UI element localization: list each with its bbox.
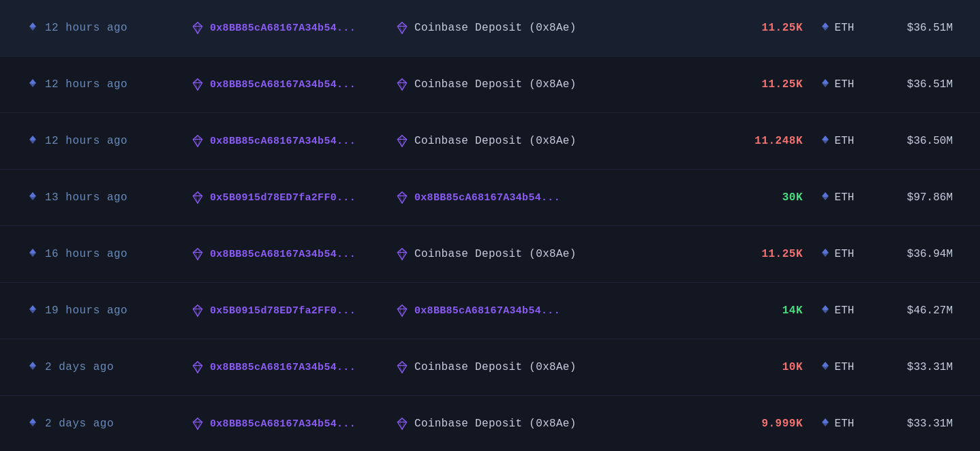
- value-column: $36.50M: [871, 135, 953, 147]
- from-address[interactable]: 0x5B0915d78ED7fa2FF0...: [210, 305, 356, 317]
- from-address[interactable]: 0x5B0915d78ED7fa2FF0...: [210, 192, 356, 204]
- to-column: Coinbase Deposit (0x8Ae): [395, 247, 667, 261]
- asset-column: ETH: [803, 417, 871, 431]
- value-column: $36.51M: [871, 22, 953, 34]
- from-column: 0x5B0915d78ED7fa2FF0...: [191, 304, 395, 317]
- value-column: $97.86M: [871, 191, 953, 204]
- from-column: 0x5B0915d78ED7fa2FF0...: [191, 191, 395, 204]
- asset-column: ETH: [803, 191, 871, 205]
- amount-column: 30K: [667, 191, 803, 204]
- time-column: 2 days ago: [27, 417, 191, 431]
- eth-icon: [27, 78, 38, 92]
- asset-column: ETH: [803, 134, 871, 149]
- time-text: 16 hours ago: [45, 248, 127, 260]
- amount-value: 10K: [782, 361, 803, 373]
- eth-icon: [27, 247, 38, 262]
- to-label: Coinbase Deposit (0x8Ae): [414, 418, 577, 430]
- usd-value: $36.94M: [907, 248, 953, 260]
- from-protocol-icon: [191, 134, 204, 148]
- amount-value: 14K: [782, 305, 803, 317]
- asset-name: ETH: [835, 305, 855, 317]
- eth-icon: [27, 304, 38, 318]
- table-row[interactable]: 13 hours ago 0x5B0915d78ED7fa2FF0... 0x8…: [0, 170, 980, 226]
- asset-icon: [820, 360, 831, 375]
- to-address[interactable]: 0x8BB85cA68167A34b54...: [414, 192, 560, 204]
- usd-value: $36.51M: [907, 22, 953, 34]
- value-column: $36.51M: [871, 78, 953, 91]
- protocol-icon: [395, 191, 409, 204]
- table-row[interactable]: 12 hours ago 0x8BB85cA68167A34b54... Coi…: [0, 57, 980, 113]
- time-column: 12 hours ago: [27, 21, 191, 35]
- amount-value: 11.25K: [761, 78, 803, 91]
- protocol-icon: [395, 78, 409, 91]
- time-column: 16 hours ago: [27, 247, 191, 262]
- to-column: Coinbase Deposit (0x8Ae): [395, 417, 667, 431]
- from-column: 0x8BB85cA68167A34b54...: [191, 21, 395, 35]
- from-address[interactable]: 0x8BB85cA68167A34b54...: [210, 79, 356, 91]
- from-protocol-icon: [191, 247, 204, 261]
- asset-column: ETH: [803, 304, 871, 318]
- asset-icon: [820, 21, 831, 35]
- asset-column: ETH: [803, 247, 871, 262]
- table-row[interactable]: 12 hours ago 0x8BB85cA68167A34b54... Coi…: [0, 0, 980, 57]
- protocol-icon: [395, 134, 409, 148]
- eth-icon: [27, 191, 38, 205]
- time-column: 13 hours ago: [27, 191, 191, 205]
- asset-column: ETH: [803, 21, 871, 35]
- from-column: 0x8BB85cA68167A34b54...: [191, 78, 395, 91]
- from-address[interactable]: 0x8BB85cA68167A34b54...: [210, 249, 356, 260]
- to-label: Coinbase Deposit (0x8Ae): [414, 78, 577, 91]
- to-label: Coinbase Deposit (0x8Ae): [414, 22, 577, 34]
- time-column: 12 hours ago: [27, 134, 191, 149]
- amount-value: 11.25K: [761, 248, 803, 260]
- time-column: 2 days ago: [27, 360, 191, 375]
- eth-icon: [27, 417, 38, 431]
- to-label: Coinbase Deposit (0x8Ae): [414, 361, 577, 373]
- to-address[interactable]: 0x8BB85cA68167A34b54...: [414, 305, 560, 317]
- protocol-icon: [395, 417, 409, 431]
- usd-value: $36.50M: [907, 135, 953, 147]
- from-protocol-icon: [191, 304, 204, 317]
- time-text: 12 hours ago: [45, 22, 127, 34]
- from-address[interactable]: 0x8BB85cA68167A34b54...: [210, 136, 356, 147]
- table-row[interactable]: 12 hours ago 0x8BB85cA68167A34b54... Coi…: [0, 113, 980, 170]
- amount-column: 11.25K: [667, 22, 803, 34]
- usd-value: $33.31M: [907, 361, 953, 373]
- from-column: 0x8BB85cA68167A34b54...: [191, 360, 395, 374]
- from-protocol-icon: [191, 417, 204, 431]
- amount-column: 14K: [667, 305, 803, 317]
- asset-name: ETH: [835, 22, 855, 34]
- time-text: 19 hours ago: [45, 305, 127, 317]
- from-column: 0x8BB85cA68167A34b54...: [191, 247, 395, 261]
- from-address[interactable]: 0x8BB85cA68167A34b54...: [210, 362, 356, 373]
- value-column: $33.31M: [871, 418, 953, 430]
- table-row[interactable]: 16 hours ago 0x8BB85cA68167A34b54... Coi…: [0, 226, 980, 283]
- asset-name: ETH: [835, 361, 855, 373]
- value-column: $33.31M: [871, 361, 953, 373]
- time-text: 12 hours ago: [45, 78, 127, 91]
- from-address[interactable]: 0x8BB85cA68167A34b54...: [210, 418, 356, 430]
- from-protocol-icon: [191, 21, 204, 35]
- table-row[interactable]: 2 days ago 0x8BB85cA68167A34b54... Coinb…: [0, 339, 980, 396]
- table-row[interactable]: 19 hours ago 0x5B0915d78ED7fa2FF0... 0x8…: [0, 283, 980, 339]
- from-protocol-icon: [191, 78, 204, 91]
- table-row[interactable]: 2 days ago 0x8BB85cA68167A34b54... Coinb…: [0, 396, 980, 451]
- asset-column: ETH: [803, 360, 871, 375]
- from-column: 0x8BB85cA68167A34b54...: [191, 134, 395, 148]
- amount-column: 11.25K: [667, 248, 803, 260]
- time-column: 19 hours ago: [27, 304, 191, 318]
- to-column: Coinbase Deposit (0x8Ae): [395, 134, 667, 148]
- amount-column: 11.25K: [667, 78, 803, 91]
- time-text: 13 hours ago: [45, 191, 127, 204]
- protocol-icon: [395, 21, 409, 35]
- time-text: 12 hours ago: [45, 135, 127, 147]
- protocol-icon: [395, 247, 409, 261]
- to-column: 0x8BB85cA68167A34b54...: [395, 304, 667, 317]
- asset-icon: [820, 78, 831, 92]
- to-column: Coinbase Deposit (0x8Ae): [395, 21, 667, 35]
- from-address[interactable]: 0x8BB85cA68167A34b54...: [210, 22, 356, 34]
- eth-icon: [27, 21, 38, 35]
- time-column: 12 hours ago: [27, 78, 191, 92]
- transactions-table: 12 hours ago 0x8BB85cA68167A34b54... Coi…: [0, 0, 980, 451]
- asset-icon: [820, 304, 831, 318]
